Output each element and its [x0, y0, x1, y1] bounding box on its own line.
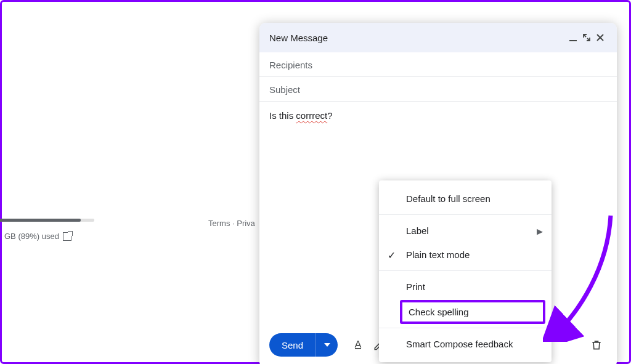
compose-title: New Message [269, 33, 566, 43]
fullscreen-icon[interactable] [580, 31, 593, 44]
subject-field[interactable]: Subject [259, 77, 617, 102]
recipients-field[interactable]: Recipients [259, 52, 617, 77]
svg-rect-0 [569, 40, 577, 41]
storage-text[interactable]: GB (89%) used [4, 232, 71, 241]
body-text-suffix: ? [327, 110, 332, 121]
body-text-prefix: Is this [269, 110, 296, 121]
menu-check-spelling[interactable]: Check spelling [400, 300, 545, 324]
menu-smart-compose[interactable]: Smart Compose feedback [379, 332, 552, 356]
menu-divider [379, 270, 552, 271]
check-icon: ✓ [388, 249, 396, 261]
compose-header: New Message [259, 23, 617, 52]
menu-label-label: Label [406, 225, 429, 236]
open-external-icon[interactable] [63, 232, 71, 241]
menu-print[interactable]: Print [379, 275, 552, 299]
close-icon[interactable] [593, 31, 607, 44]
menu-plain-text-mode[interactable]: ✓ Plain text mode [379, 243, 552, 267]
discard-draft-icon[interactable] [586, 334, 607, 355]
storage-bar-fill [0, 219, 81, 222]
menu-divider [379, 328, 552, 328]
menu-default-full-screen-label: Default to full screen [406, 193, 491, 204]
menu-smart-compose-label: Smart Compose feedback [406, 339, 513, 349]
minimize-icon[interactable] [566, 31, 580, 44]
storage-text-label: GB (89%) used [4, 232, 59, 241]
screenshot-frame: GB (89%) used Terms · Priva New Message … [0, 0, 631, 364]
send-button-group: Send [269, 333, 338, 357]
send-dropdown[interactable] [316, 333, 338, 357]
submenu-arrow-icon: ▶ [537, 226, 543, 235]
menu-divider [379, 214, 552, 215]
send-button[interactable]: Send [269, 333, 316, 357]
storage-bar [0, 219, 94, 222]
menu-print-label: Print [406, 281, 425, 292]
formatting-icon[interactable] [348, 334, 368, 355]
more-options-menu: Default to full screen Label ▶ ✓ Plain t… [379, 180, 552, 362]
menu-label[interactable]: Label ▶ [379, 219, 552, 243]
menu-check-spelling-label: Check spelling [409, 307, 469, 317]
menu-default-full-screen[interactable]: Default to full screen [379, 187, 552, 211]
body-text-misspelled: corrrect [296, 110, 327, 121]
menu-plain-text-label: Plain text mode [406, 249, 470, 260]
footer-links[interactable]: Terms · Priva [208, 219, 255, 228]
